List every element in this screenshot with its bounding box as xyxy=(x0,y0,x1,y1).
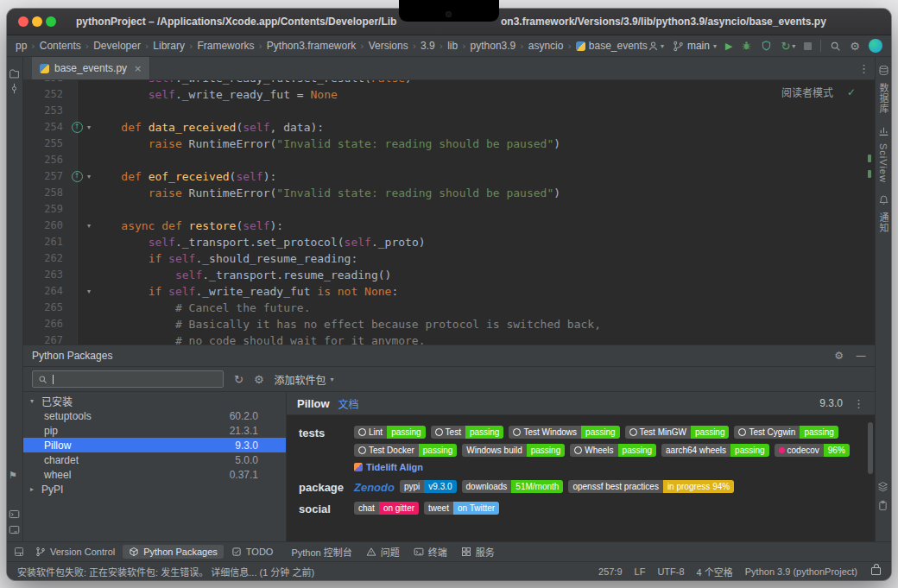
packages-settings-icon[interactable]: ⚙ xyxy=(254,373,264,386)
breadcrumb-item[interactable]: Library xyxy=(151,39,187,53)
package-search-input[interactable] xyxy=(32,370,224,388)
code-line[interactable]: 265 # Cancel the future. xyxy=(23,300,863,316)
code-area[interactable]: 251 self._write_ready_fut.set_result(Fal… xyxy=(23,80,863,345)
line-number[interactable]: 251 xyxy=(23,80,70,86)
package-list-item[interactable]: pip21.3.1 xyxy=(23,423,286,438)
python-console-tool-button[interactable] xyxy=(9,509,21,521)
run-button[interactable]: ▶ xyxy=(725,41,732,52)
add-package-button[interactable]: 添加软件包 ▾ xyxy=(275,372,334,387)
badge-test[interactable]: Testpassing xyxy=(431,426,504,439)
badge-aarch64-wheels[interactable]: aarch64 wheelspassing xyxy=(661,444,769,457)
panel-minimize-icon[interactable]: — xyxy=(856,350,866,362)
reader-mode-label[interactable]: 阅读者模式 xyxy=(781,85,833,99)
search-everywhere-button[interactable] xyxy=(830,41,841,52)
settings-button[interactable]: ⚙ xyxy=(850,40,860,53)
commit-tool-button[interactable] xyxy=(9,83,21,95)
code-line[interactable]: 256 xyxy=(23,152,863,168)
code-line[interactable]: 254↑▾ def data_received(self, data): xyxy=(23,119,863,136)
zenodo-logo-link[interactable]: Zenodo xyxy=(354,480,395,494)
breadcrumb-item[interactable]: Python3.framework xyxy=(265,39,357,53)
code-line[interactable]: 264▾ if self._write_ready_fut is not Non… xyxy=(23,283,863,300)
override-method-icon[interactable]: ↑ xyxy=(72,122,83,133)
fullscreen-window-button[interactable] xyxy=(46,16,56,27)
breadcrumb-item[interactable]: pp xyxy=(14,39,28,53)
profile-avatar[interactable] xyxy=(869,39,882,53)
line-number[interactable]: 260 xyxy=(23,218,70,234)
editor-tab-base-events[interactable]: base_events.py × xyxy=(32,57,150,79)
tool-window-button-todo[interactable]: TODO xyxy=(225,545,280,559)
tool-stripe-button-db[interactable]: 数据库 xyxy=(876,64,890,114)
breadcrumb-item[interactable]: Contents xyxy=(38,39,83,53)
line-number[interactable]: 259 xyxy=(23,201,70,218)
git-branch-widget[interactable]: main ▾ xyxy=(673,40,717,52)
coverage-button[interactable] xyxy=(761,40,772,52)
badge-test-docker[interactable]: Test Dockerpassing xyxy=(354,444,457,457)
interpreter[interactable]: Python 3.9 (pythonProject) xyxy=(745,566,857,577)
code-line[interactable]: 263 self._transport.resume_reading() xyxy=(23,267,863,283)
caret-position[interactable]: 257:9 xyxy=(598,566,623,577)
pypi-group-header[interactable]: ▸PyPI xyxy=(23,482,286,496)
installed-group-header[interactable]: ▾已安装 xyxy=(23,394,286,408)
layers-tool-button[interactable] xyxy=(877,481,889,493)
code-line[interactable]: 255 raise RuntimeError("Invalid state: r… xyxy=(23,136,863,152)
tool-window-switcher-icon[interactable] xyxy=(14,547,24,557)
badge-codecov[interactable]: codecov96% xyxy=(775,444,850,457)
breadcrumb-item[interactable]: Developer xyxy=(92,39,142,53)
user-account-button[interactable]: ▾ xyxy=(648,41,664,52)
bookmarks-tool-button[interactable]: ⚑ xyxy=(9,470,21,482)
line-number[interactable]: 253 xyxy=(23,103,70,119)
line-separator[interactable]: LF xyxy=(635,566,646,577)
packages-panel-header[interactable]: Python Packages ⚙ — xyxy=(23,345,875,367)
tool-window-button-python[interactable]: Python 控制台 xyxy=(281,543,357,560)
tool-window-button-services[interactable]: 服务 xyxy=(455,543,501,560)
line-number[interactable]: 252 xyxy=(23,86,70,103)
tool-window-button-terminal[interactable]: 终端 xyxy=(408,543,453,560)
code-line[interactable]: 251 self._write_ready_fut.set_result(Fal… xyxy=(23,80,863,86)
encoding[interactable]: UTF-8 xyxy=(657,566,684,577)
line-number[interactable]: 262 xyxy=(23,250,70,267)
tool-stripe-button-bell[interactable]: 通知 xyxy=(876,193,890,233)
fold-marker-icon[interactable]: ▾ xyxy=(84,283,94,300)
minimize-window-button[interactable] xyxy=(32,16,42,27)
line-number[interactable]: 267 xyxy=(23,332,70,345)
code-editor[interactable]: 251 self._write_ready_fut.set_result(Fal… xyxy=(23,80,875,345)
tool-window-button-package[interactable]: Python Packages xyxy=(123,545,224,559)
terminal-tool-button[interactable] xyxy=(9,524,21,536)
breadcrumb-item[interactable]: Frameworks xyxy=(195,39,256,53)
code-line[interactable]: 259 xyxy=(23,201,863,218)
code-line[interactable]: 257↑▾ def eof_received(self): xyxy=(23,168,863,185)
project-tool-button[interactable] xyxy=(9,68,21,80)
badge-test-cygwin[interactable]: Test Cygwinpassing xyxy=(734,426,838,439)
line-number[interactable]: 255 xyxy=(23,136,70,152)
badge-test-windows[interactable]: Test Windowspassing xyxy=(509,426,619,439)
close-window-button[interactable] xyxy=(18,16,28,27)
code-line[interactable]: 258 raise RuntimeError("Invalid state: r… xyxy=(23,185,863,201)
line-number[interactable]: 256 xyxy=(23,152,70,168)
fold-marker-icon[interactable]: ▾ xyxy=(84,218,94,234)
package-list-item[interactable]: Pillow9.3.0 xyxy=(23,438,286,452)
rerun-button[interactable]: ↻ ▾ xyxy=(781,40,795,53)
lock-icon[interactable] xyxy=(871,567,881,575)
code-line[interactable]: 261 self._transport.set_protocol(self._p… xyxy=(23,234,863,250)
fold-marker-icon[interactable]: ▾ xyxy=(84,119,94,136)
reload-packages-icon[interactable]: ↻ xyxy=(234,373,243,386)
breadcrumb-item[interactable]: Versions xyxy=(367,39,410,53)
breadcrumb-item[interactable]: 3.9 xyxy=(419,39,437,53)
tool-window-button-vcs[interactable]: Version Control xyxy=(29,545,121,559)
badge-openssf-best-practices[interactable]: openssf best practicesin progress 94% xyxy=(568,480,734,493)
line-number[interactable]: 264 xyxy=(23,283,70,300)
package-list-item[interactable]: chardet5.0.0 xyxy=(23,452,286,467)
badge-test-mingw[interactable]: Test MinGWpassing xyxy=(625,426,730,439)
inspections-ok-icon[interactable]: ✓ xyxy=(847,86,856,98)
tool-window-button-problems[interactable]: 问题 xyxy=(360,543,406,560)
documentation-link[interactable]: 文档 xyxy=(338,396,359,411)
code-line[interactable]: 260▾ async def restore(self): xyxy=(23,218,863,234)
code-line[interactable]: 262 if self._should_resume_reading: xyxy=(23,250,863,267)
breadcrumb-item[interactable]: asyncio xyxy=(527,39,566,53)
line-number[interactable]: 261 xyxy=(23,234,70,250)
code-line[interactable]: 267 # no code should wait for it anymore… xyxy=(23,332,863,345)
fold-marker-icon[interactable]: ▾ xyxy=(84,168,94,185)
tool-stripe-button-chart[interactable]: SciView xyxy=(878,124,889,183)
tab-options-icon[interactable]: ⋮ xyxy=(858,62,870,75)
badge-chat[interactable]: chaton gitter xyxy=(354,502,419,515)
